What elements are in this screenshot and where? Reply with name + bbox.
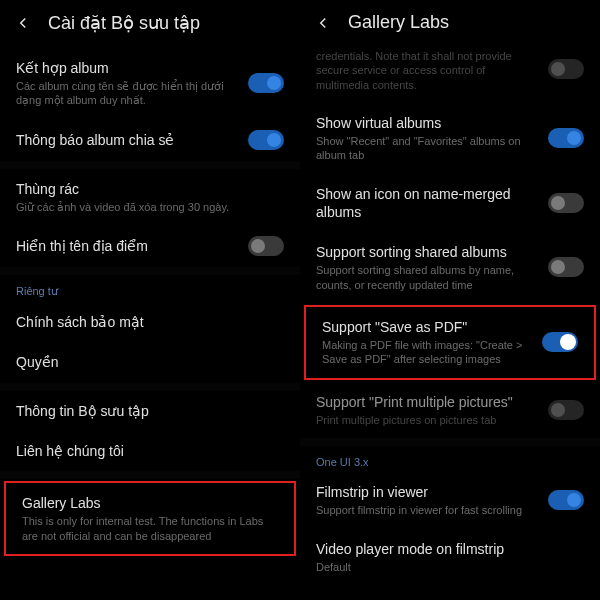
item-permissions[interactable]: Quyền xyxy=(0,342,300,382)
left-panel: Cài đặt Bộ sưu tập Kết hợp album Các alb… xyxy=(0,0,300,600)
item-print-multi[interactable]: Support "Print multiple pictures" Print … xyxy=(300,382,600,438)
item-location[interactable]: Hiển thị tên địa điểm xyxy=(0,225,300,267)
toggle-location[interactable] xyxy=(248,236,284,256)
item-desc: Default xyxy=(316,560,572,574)
item-title: Thông tin Bộ sưu tập xyxy=(16,402,272,420)
item-title: Show virtual albums xyxy=(316,114,536,132)
item-desc: This is only for internal test. The func… xyxy=(22,514,266,543)
toggle-save-pdf[interactable] xyxy=(542,332,578,352)
toggle-filmstrip[interactable] xyxy=(548,490,584,510)
item-title: Support "Save as PDF" xyxy=(322,318,530,336)
item-title: Kết hợp album xyxy=(16,59,236,77)
right-header: Gallery Labs xyxy=(300,0,600,47)
item-title: Show an icon on name-merged albums xyxy=(316,185,536,221)
item-contact[interactable]: Liên hệ chúng tôi xyxy=(0,431,300,471)
item-title: Thông báo album chia sẻ xyxy=(16,131,236,149)
toggle-print-multi[interactable] xyxy=(548,400,584,420)
item-gallery-labs[interactable]: Gallery Labs This is only for internal t… xyxy=(6,483,294,554)
item-title: Hiển thị tên địa điểm xyxy=(16,237,236,255)
back-icon[interactable] xyxy=(14,14,32,32)
divider xyxy=(0,471,300,479)
item-desc: Giữ các ảnh và video đã xóa trong 30 ngà… xyxy=(16,200,272,214)
divider xyxy=(0,161,300,169)
item-combine-album[interactable]: Kết hợp album Các album cùng tên sẽ được… xyxy=(0,48,300,119)
item-desc: Support sorting shared albums by name, c… xyxy=(316,263,536,292)
item-merged-icon[interactable]: Show an icon on name-merged albums xyxy=(300,174,600,232)
item-desc: Print multiple pictures on pictures tab xyxy=(316,413,536,427)
item-video-mode[interactable]: Video player mode on filmstrip Default xyxy=(300,529,600,585)
item-title: Video player mode on filmstrip xyxy=(316,540,572,558)
item-title: Filmstrip in viewer xyxy=(316,483,536,501)
item-desc: Các album cùng tên sẽ được hiển thị dưới… xyxy=(16,79,236,108)
divider xyxy=(0,267,300,275)
toggle-merged-icon[interactable] xyxy=(548,193,584,213)
page-title-right: Gallery Labs xyxy=(348,12,449,33)
item-title: Liên hệ chúng tôi xyxy=(16,442,272,460)
item-desc: credentials. Note that it shall not prov… xyxy=(316,49,536,92)
highlight-save-pdf: Support "Save as PDF" Making a PDF file … xyxy=(304,305,596,380)
divider xyxy=(300,438,600,446)
item-credentials-partial[interactable]: credentials. Note that it shall not prov… xyxy=(300,47,600,103)
toggle-credentials[interactable] xyxy=(548,59,584,79)
item-desc: Show "Recent" and "Favorites" albums on … xyxy=(316,134,536,163)
divider xyxy=(0,383,300,391)
item-title: Chính sách bảo mật xyxy=(16,313,272,331)
page-title-left: Cài đặt Bộ sưu tập xyxy=(48,12,200,34)
highlight-gallery-labs: Gallery Labs This is only for internal t… xyxy=(4,481,296,556)
section-privacy: Riêng tư xyxy=(0,275,300,302)
item-virtual-albums[interactable]: Show virtual albums Show "Recent" and "F… xyxy=(300,103,600,174)
toggle-combine[interactable] xyxy=(248,73,284,93)
item-title: Support "Print multiple pictures" xyxy=(316,393,536,411)
left-header: Cài đặt Bộ sưu tập xyxy=(0,0,300,48)
item-privacy-policy[interactable]: Chính sách bảo mật xyxy=(0,302,300,342)
item-save-pdf[interactable]: Support "Save as PDF" Making a PDF file … xyxy=(306,307,594,378)
item-about[interactable]: Thông tin Bộ sưu tập xyxy=(0,391,300,431)
item-shared-notif[interactable]: Thông báo album chia sẻ xyxy=(0,119,300,161)
item-trash[interactable]: Thùng rác Giữ các ảnh và video đã xóa tr… xyxy=(0,169,300,225)
item-title: Gallery Labs xyxy=(22,494,266,512)
toggle-virtual[interactable] xyxy=(548,128,584,148)
item-desc: Making a PDF file with images: "Create >… xyxy=(322,338,530,367)
back-icon[interactable] xyxy=(314,14,332,32)
item-title: Thùng rác xyxy=(16,180,272,198)
toggle-sorting[interactable] xyxy=(548,257,584,277)
item-title: Support sorting shared albums xyxy=(316,243,536,261)
item-filmstrip[interactable]: Filmstrip in viewer Support filmstrip in… xyxy=(300,472,600,528)
item-sorting-shared[interactable]: Support sorting shared albums Support so… xyxy=(300,232,600,303)
item-title: Quyền xyxy=(16,353,272,371)
item-desc: Support filmstrip in viewer for fast scr… xyxy=(316,503,536,517)
toggle-shared-notif[interactable] xyxy=(248,130,284,150)
right-panel: Gallery Labs credentials. Note that it s… xyxy=(300,0,600,600)
section-oneui: One UI 3.x xyxy=(300,446,600,472)
